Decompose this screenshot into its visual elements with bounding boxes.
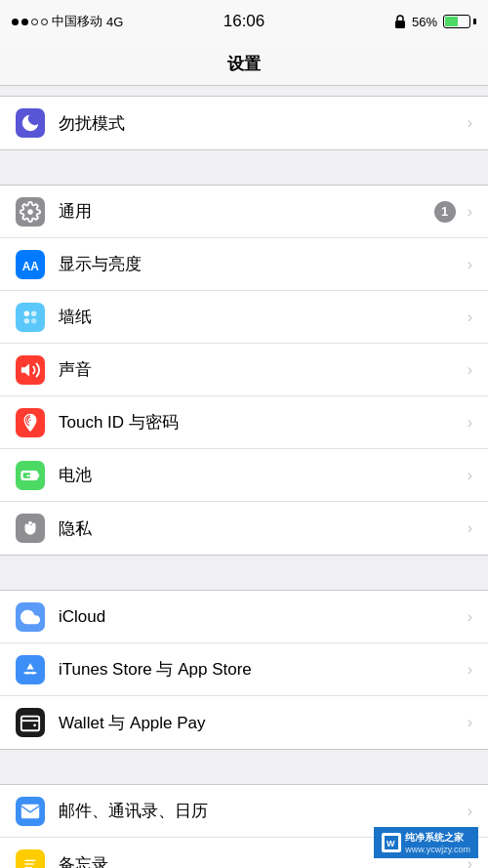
mail-icon — [20, 801, 41, 822]
icloud-chevron: › — [468, 608, 472, 626]
battery-settings-icon — [20, 465, 41, 486]
carrier-label: 中国移动 — [52, 13, 102, 30]
settings-item-battery[interactable]: 电池 › — [0, 449, 488, 502]
dnd-label: 勿扰模式 — [59, 112, 464, 135]
wallet-chevron: › — [468, 714, 472, 731]
cloud-icon — [20, 606, 41, 628]
sounds-icon-bg — [16, 355, 45, 385]
privacy-icon-bg — [16, 514, 45, 543]
general-badge: 1 — [434, 201, 456, 223]
settings-item-itunes[interactable]: iTunes Store 与 App Store › — [0, 643, 488, 696]
settings-item-touchid[interactable]: Touch ID 与密码 › — [0, 396, 488, 449]
settings-item-general[interactable]: 通用 1 › — [0, 186, 488, 238]
wallpaper-icon — [20, 307, 41, 328]
itunes-icon-bg — [16, 655, 45, 684]
svg-rect-0 — [395, 21, 405, 28]
wallet-icon — [20, 712, 41, 733]
network-type: 4G — [106, 15, 123, 29]
section-dnd: 勿扰模式 › — [0, 96, 488, 150]
wallpaper-chevron: › — [468, 309, 472, 326]
svg-point-13 — [31, 671, 34, 674]
notes-icon — [20, 853, 41, 868]
fingerprint-icon — [20, 412, 41, 434]
dnd-chevron: › — [468, 114, 472, 132]
privacy-label: 隐私 — [59, 517, 464, 540]
sound-icon — [20, 359, 41, 381]
battery-label: 电池 — [59, 464, 464, 486]
icloud-label: iCloud — [59, 607, 464, 627]
svg-point-15 — [33, 723, 36, 726]
watermark-logo: W — [382, 833, 401, 852]
watermark-site: 纯净系统之家 — [405, 831, 470, 845]
icloud-icon-bg — [16, 602, 45, 632]
signal-icon — [12, 19, 48, 25]
svg-marker-6 — [21, 363, 29, 376]
settings-container: 勿扰模式 › 通用 1 › AA 显示与亮度 — [0, 86, 488, 868]
watermark-url: www.ycwjzy.com — [405, 845, 470, 854]
settings-item-wallet[interactable]: Wallet 与 Apple Pay › — [0, 696, 488, 749]
watermark-text: 纯净系统之家 www.ycwjzy.com — [405, 831, 470, 854]
display-chevron: › — [468, 256, 472, 273]
aa-icon: AA — [20, 254, 41, 275]
status-right: 56% — [394, 15, 476, 29]
svg-point-12 — [26, 671, 29, 674]
section-gap-top — [0, 86, 488, 96]
section-gap-1 — [0, 150, 488, 185]
settings-item-sounds[interactable]: 声音 › — [0, 344, 488, 396]
svg-rect-11 — [26, 475, 30, 475]
moon-icon — [20, 112, 41, 134]
mail-icon-bg — [16, 797, 45, 826]
lock-icon — [394, 15, 406, 28]
status-bar: 中国移动 4G 16:06 56% — [0, 0, 488, 43]
dnd-icon — [16, 108, 45, 138]
general-icon — [16, 197, 45, 227]
settings-item-dnd[interactable]: 勿扰模式 › — [0, 97, 488, 149]
general-label: 通用 — [59, 200, 434, 223]
svg-rect-10 — [37, 474, 39, 477]
sounds-label: 声音 — [59, 358, 464, 381]
general-chevron: › — [468, 203, 472, 221]
svg-point-4 — [24, 317, 29, 323]
section-services: iCloud › iTunes Store 与 App Store › — [0, 590, 488, 750]
settings-item-display[interactable]: AA 显示与亮度 › — [0, 238, 488, 291]
watermark: W 纯净系统之家 www.ycwjzy.com — [374, 827, 478, 858]
section-gap-2 — [0, 556, 488, 590]
sounds-chevron: › — [468, 361, 472, 379]
wallet-label: Wallet 与 Apple Pay — [59, 712, 464, 734]
status-time: 16:06 — [224, 12, 265, 31]
svg-point-2 — [24, 310, 29, 316]
svg-text:AA: AA — [22, 259, 40, 272]
mail-label: 邮件、通讯录、日历 — [59, 800, 464, 822]
svg-rect-16 — [22, 856, 39, 868]
battery-chevron: › — [468, 467, 472, 484]
wallpaper-icon-bg — [16, 303, 45, 332]
svg-point-7 — [29, 418, 32, 421]
settings-item-icloud[interactable]: iCloud › — [0, 591, 488, 643]
svg-point-3 — [31, 310, 36, 316]
hand-icon — [20, 517, 41, 539]
status-left: 中国移动 4G — [12, 13, 123, 30]
itunes-label: iTunes Store 与 App Store — [59, 658, 464, 681]
wallet-icon-bg — [16, 708, 45, 737]
display-label: 显示与亮度 — [59, 253, 464, 275]
watermark-icon: W — [385, 836, 398, 849]
watermark-box: W 纯净系统之家 www.ycwjzy.com — [374, 827, 478, 858]
settings-item-privacy[interactable]: 隐私 › — [0, 502, 488, 555]
svg-rect-14 — [21, 717, 39, 731]
touchid-icon-bg — [16, 408, 45, 437]
privacy-chevron: › — [468, 519, 472, 537]
settings-item-wallpaper[interactable]: 墙纸 › — [0, 291, 488, 344]
appstore-icon — [20, 659, 41, 681]
nav-bar: 设置 — [0, 43, 488, 86]
touchid-label: Touch ID 与密码 — [59, 411, 464, 434]
battery-icon — [443, 15, 476, 28]
svg-point-5 — [31, 317, 36, 323]
svg-text:W: W — [386, 839, 395, 848]
gear-icon — [20, 201, 41, 223]
display-icon: AA — [16, 250, 45, 279]
page-title: 设置 — [227, 53, 261, 75]
battery-icon-bg — [16, 461, 45, 490]
battery-percent: 56% — [412, 15, 437, 29]
section-general: 通用 1 › AA 显示与亮度 › 墙纸 — [0, 185, 488, 556]
itunes-chevron: › — [468, 661, 472, 679]
